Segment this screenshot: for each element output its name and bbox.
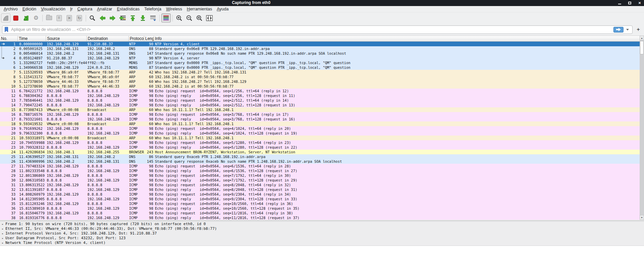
add-filter-button[interactable]: +	[635, 26, 642, 33]
packet-row-21[interactable]: 2110.593318971VMware_c0:00:08BroadcastAR…	[0, 136, 644, 140]
packet-row-5[interactable]: 51.332002727fe80::20c:29ff:fe44…ff02::fb…	[0, 60, 644, 65]
expand-arrow-icon[interactable]: ▸	[0, 236, 5, 241]
menu-telefona[interactable]: Telefonía	[142, 6, 164, 12]
save-file-icon[interactable]: ⠿	[54, 13, 64, 22]
packet-row-15[interactable]: 158.773087413VMware_c0:00:08BroadcastARP…	[0, 107, 644, 112]
packet-row-33[interactable]: 3314.808260979192.168.248.1298.8.8.8ICMP…	[0, 192, 644, 197]
display-filter-input[interactable]: Aplique un filtro de visualización ... <…	[2, 25, 633, 34]
packet-row-2[interactable]: 20.005001025192.168.248.131192.168.248.2…	[0, 46, 644, 51]
capture-restart-icon[interactable]	[21, 13, 31, 22]
expand-arrow-icon[interactable]: ▸	[0, 226, 5, 231]
first-packet-icon[interactable]	[128, 13, 137, 22]
go-to-packet-icon[interactable]	[118, 13, 127, 22]
packet-row-6[interactable]: 61.349966538192.168.248.129224.0.0.251MD…	[0, 65, 644, 70]
menu-ayuda[interactable]: Ayuda	[214, 6, 231, 12]
packet-row-32[interactable]: 3213.8113918578.8.8.8192.168.248.129ICMP…	[0, 187, 644, 192]
menu-captura[interactable]: Captura	[75, 6, 94, 12]
packet-row-11[interactable]: 116.784221772192.168.248.1298.8.8.8ICMP9…	[0, 89, 644, 93]
last-packet-icon[interactable]	[138, 13, 148, 22]
minimize-icon[interactable]	[617, 1, 622, 5]
find-packet-icon[interactable]	[88, 13, 97, 22]
menu-herramientas[interactable]: Herramientas	[185, 6, 214, 12]
packet-row-9[interactable]: 95.127378650VMware_44:46:33VMware_f8:b8:…	[0, 79, 644, 84]
scroll-up-icon[interactable]: ▲	[640, 36, 644, 40]
packet-row-37[interactable]: 3716.815046779192.168.248.1298.8.8.8ICMP…	[0, 211, 644, 215]
bookmark-icon[interactable]	[4, 27, 9, 33]
packet-row-30[interactable]: 3012.8063105838.8.8.8192.168.248.129ICMP…	[0, 178, 644, 183]
packet-row-23[interactable]: 2310.7993283128.8.8.8192.168.248.129ICMP…	[0, 145, 644, 150]
capture-options-icon[interactable]: ⚙	[31, 13, 41, 22]
packet-row-20[interactable]: 209.7963323008.8.8.8192.168.248.129ICMP9…	[0, 131, 644, 136]
scrollbar-thumb[interactable]	[640, 41, 644, 54]
zoom-original-icon[interactable]	[195, 13, 204, 22]
menu-ir[interactable]: Ir	[68, 6, 75, 12]
expand-arrow-icon[interactable]: ▸	[0, 222, 5, 226]
packet-row-1[interactable]: 10.000000000192.168.248.12991.210.88.37N…	[0, 42, 644, 46]
capture-stop-icon[interactable]	[11, 13, 21, 22]
packet-row-29[interactable]: 2912.801386869192.168.248.1298.8.8.8ICMP…	[0, 173, 644, 178]
detail-line-2[interactable]: ▸Ethernet II, Src: VMware_44:46:33 (00:0…	[0, 226, 644, 231]
packet-row-18[interactable]: 189.593419532VMware_c0:00:08BroadcastARP…	[0, 121, 644, 126]
menu-edicin[interactable]: Edición	[20, 6, 39, 12]
expand-arrow-icon[interactable]: ▸	[0, 241, 5, 245]
column-header-time[interactable]: Time	[18, 36, 46, 41]
packet-row-35[interactable]: 3515.811203246192.168.248.1298.8.8.8ICMP…	[0, 201, 644, 206]
packet-row-12[interactable]: 126.7883043628.8.8.8192.168.248.129ICMP9…	[0, 93, 644, 98]
capture-start-icon[interactable]	[1, 13, 10, 22]
column-header-destination[interactable]: Destination	[87, 36, 129, 41]
packet-row-25[interactable]: 2511.436390527192.168.248.131192.168.248…	[0, 154, 644, 159]
packet-row-8[interactable]: 85.115413172VMware_f8:b8:77VMware_86:a9:…	[0, 74, 644, 79]
menu-analizar[interactable]: Analizar	[95, 6, 115, 12]
detail-line-text: Internet Protocol Version 4, Src: 192.16…	[5, 231, 157, 236]
detail-line-3[interactable]: ▸Internet Protocol Version 4, Src: 192.1…	[0, 231, 644, 236]
column-header-source[interactable]: Source	[46, 36, 87, 41]
zoom-out-icon[interactable]	[185, 13, 194, 22]
column-header-protocol[interactable]: Protocol	[129, 36, 144, 41]
menu-wireless[interactable]: Wireless	[164, 6, 185, 12]
reload-file-icon[interactable]: ↻	[75, 13, 84, 22]
resize-columns-icon[interactable]	[205, 13, 214, 22]
column-header-no[interactable]: No.	[0, 36, 18, 41]
menu-estadsticas[interactable]: Estadísticas	[115, 6, 142, 12]
packet-row-14[interactable]: 147.7904722458.8.8.8192.168.248.129ICMP9…	[0, 103, 644, 107]
packet-row-24[interactable]: 2411.429286834192.168.248.1192.168.248.2…	[0, 150, 644, 154]
apply-filter-button[interactable]	[613, 27, 623, 33]
packet-row-26[interactable]: 2611.436900996192.168.248.2192.168.248.1…	[0, 159, 644, 164]
next-packet-icon[interactable]	[108, 13, 117, 22]
packet-row-22[interactable]: 2210.794559988192.168.248.1298.8.8.8ICMP…	[0, 140, 644, 145]
detail-line-1[interactable]: ▸Frame 1: 90 bytes on wire (720 bits), 9…	[0, 222, 644, 226]
expand-arrow-icon[interactable]: ▸	[0, 231, 5, 236]
packet-row-10[interactable]: 105.127378690VMware_f8:b8:77VMware_44:46…	[0, 84, 644, 89]
packet-row-7[interactable]: 75.115320593VMware_86:a9:0fVMware_f8:b8:…	[0, 70, 644, 74]
packet-row-3[interactable]: 30.005486014192.168.248.2192.168.248.131…	[0, 51, 644, 56]
menu-archivo[interactable]: Archivo	[1, 6, 20, 12]
packet-row-19[interactable]: 199.791699262192.168.248.1298.8.8.8ICMP9…	[0, 126, 644, 131]
vertical-scrollbar[interactable]: ▲ ▼	[640, 36, 644, 220]
packet-row-31[interactable]: 3113.806313522192.168.248.1298.8.8.8ICMP…	[0, 183, 644, 187]
filter-dropdown-caret-icon[interactable]	[626, 29, 629, 31]
detail-line-5[interactable]: ▸Network Time Protocol (NTP Version 4, c…	[0, 241, 644, 245]
packet-row-13[interactable]: 137.785846441192.168.248.1298.8.8.8ICMP9…	[0, 98, 644, 103]
packet-row-27[interactable]: 2711.797483324192.168.248.1298.8.8.8ICMP…	[0, 164, 644, 168]
packet-row-34[interactable]: 3414.8123059058.8.8.8192.168.248.129ICMP…	[0, 197, 644, 201]
packet-row-16[interactable]: 168.788716576192.168.248.1298.8.8.8ICMP9…	[0, 112, 644, 117]
maximize-icon[interactable]	[627, 1, 632, 5]
scroll-down-icon[interactable]: ▼	[640, 215, 644, 220]
packet-row-38[interactable]: 3816.8193167768.8.8.8192.168.248.129ICMP…	[0, 215, 644, 220]
close-file-icon[interactable]: ✕	[65, 13, 74, 22]
close-icon[interactable]: ×	[637, 1, 642, 5]
open-file-icon[interactable]	[44, 13, 54, 22]
previous-packet-icon[interactable]	[98, 13, 107, 22]
packet-row-28[interactable]: 2811.8023335488.8.8.8192.168.248.129ICMP…	[0, 168, 644, 173]
column-header-length[interactable]: Length	[144, 36, 154, 41]
column-header-info[interactable]: Info	[154, 36, 644, 41]
menu-visualizacin[interactable]: Visualización	[39, 6, 68, 12]
packet-row-36[interactable]: 3615.8153890108.8.8.8192.168.248.129ICMP…	[0, 206, 644, 211]
colorize-packets-icon[interactable]	[161, 13, 171, 22]
packet-row-4[interactable]: 40.05912489791.210.88.37192.168.248.129N…	[0, 56, 644, 60]
zoom-in-icon[interactable]	[174, 13, 184, 22]
detail-line-text: Ethernet II, Src: VMware_44:46:33 (00:0c…	[5, 226, 217, 231]
detail-line-4[interactable]: ▸User Datagram Protocol, Src Port: 43232…	[0, 236, 644, 241]
auto-scroll-icon[interactable]	[148, 13, 158, 22]
packet-row-17[interactable]: 178.7933216018.8.8.8192.168.248.129ICMP9…	[0, 117, 644, 121]
